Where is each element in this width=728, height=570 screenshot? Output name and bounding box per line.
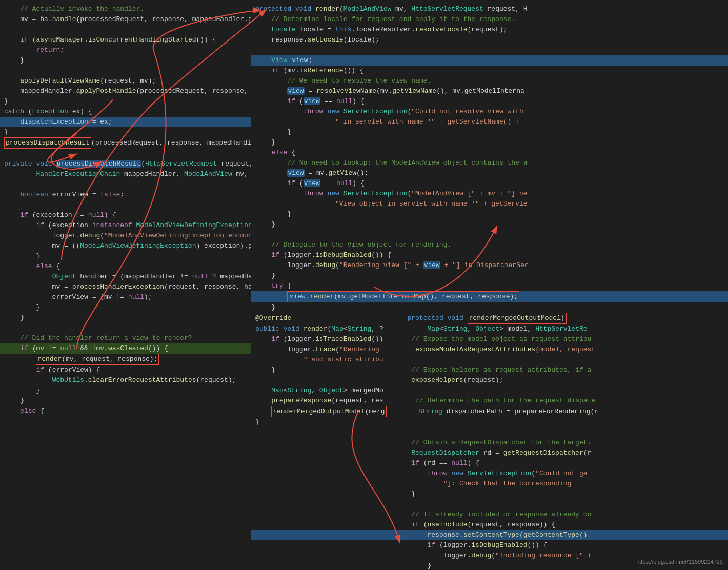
- code-line: if (view == null) {: [251, 96, 728, 107]
- code-line: [251, 428, 728, 438]
- code-line: "]: Check that the corresponding: [251, 479, 728, 489]
- code-line: [0, 149, 251, 159]
- code-line: }: [251, 209, 728, 219]
- code-line: }: [0, 55, 251, 66]
- code-line: RequestDispatcher rd = getRequestDispatc…: [251, 448, 728, 458]
- code-line: else {: [251, 148, 728, 158]
- code-line: }: [251, 489, 728, 499]
- code-line: errorView = (mv != null);: [0, 292, 251, 302]
- code-line: if (mv.isReference()) {: [251, 66, 728, 76]
- code-line: throw new ServletException("Could not re…: [251, 107, 728, 117]
- code-line: // Actually invoke the handler.: [0, 4, 251, 14]
- code-line: if (exception != null) {: [0, 210, 251, 220]
- code-line: [0, 66, 251, 76]
- code-line: response.setLocale(locale);: [251, 35, 728, 45]
- code-line: // We need to resolve the view name.: [251, 76, 728, 86]
- code-line: if (logger.isDebugEnabled()) {: [251, 540, 728, 551]
- code-line: }: [251, 219, 728, 230]
- code-line: logger.debug("ModelAndViewDefiningExcept…: [0, 231, 251, 241]
- code-line: // Obtain a RequestDispatcher for the ta…: [251, 438, 728, 448]
- code-line: [251, 45, 728, 55]
- code-line: }: [251, 271, 728, 281]
- code-container: // Actually invoke the handler. mv = ha.…: [0, 0, 728, 570]
- code-line: }: [251, 127, 728, 137]
- code-line: [251, 499, 728, 510]
- code-line: HandlerExecutionChain mappedHandler, Mod…: [0, 169, 251, 179]
- code-line: public void render(Map<String, ? Map<Str…: [251, 324, 728, 334]
- code-line: }: [0, 302, 251, 313]
- code-line-dispatch-exception: dispatchException = ex;: [0, 117, 251, 127]
- code-line: [0, 179, 251, 190]
- code-line: else {: [0, 261, 251, 272]
- code-line: applyDefaultViewName(request, mv);: [0, 76, 251, 86]
- code-line: throw new ServletException("ModelAndView…: [251, 189, 728, 199]
- code-line: "View object in servlet with name '" + g…: [251, 199, 728, 209]
- code-line: if (logger.isTraceEnabled()) // Expose t…: [251, 334, 728, 344]
- code-line-if-mv: if (mv != null && !mv.wasCleared()) {: [0, 343, 251, 354]
- code-line: [0, 323, 251, 333]
- code-line: throw new ServletException("Could not ge: [251, 469, 728, 479]
- code-line: try {: [251, 281, 728, 291]
- code-line: }: [251, 302, 728, 313]
- left-panel[interactable]: // Actually invoke the handler. mv = ha.…: [0, 0, 251, 570]
- code-line-render-call: render(mv, request, response);: [0, 354, 251, 365]
- code-line-view-render: view.render(mv.getModelInternalMap(), re…: [251, 291, 728, 302]
- code-line: }: [251, 137, 728, 148]
- code-line: if (asyncManager.isConcurrentHandlingSta…: [0, 35, 251, 45]
- code-line-override: @Override protected void renderMergedOut…: [251, 313, 728, 324]
- code-line-process-dispatch-result: processDispatchResult(processedRequest, …: [0, 137, 251, 149]
- code-line: mappedHandler.applyPostHandle(processedR…: [0, 86, 251, 96]
- code-line: // Did the handler return a view to rend…: [0, 333, 251, 343]
- code-line: return;: [0, 45, 251, 55]
- code-line: if (errorView) {: [0, 365, 251, 375]
- code-line-content-type: response.setContentType(getContentType(): [251, 530, 728, 540]
- code-line: view = mv.getView();: [251, 168, 728, 178]
- code-line: if (rd == null) {: [251, 458, 728, 469]
- code-line: [0, 25, 251, 35]
- code-line: else {: [0, 406, 251, 416]
- code-line: if (useInclude(request, response)) {: [251, 520, 728, 530]
- code-line: view = resolveViewName(mv.getViewName(),…: [251, 86, 728, 96]
- code-line: if (exception instanceof ModelAndViewDef…: [0, 220, 251, 231]
- code-line: }: [0, 127, 251, 137]
- code-line: [251, 230, 728, 240]
- code-line: logger.debug("Rendering view [" + view +…: [251, 260, 728, 271]
- code-line: if (view == null) {: [251, 178, 728, 189]
- code-line: }: [0, 385, 251, 396]
- code-line: // Determine locale for request and appl…: [251, 14, 728, 25]
- watermark: https://blog.csdn.net/11509214729: [636, 559, 723, 565]
- code-line: Object handler = (mappedHandler != null …: [0, 272, 251, 282]
- code-line: exposeHelpers(request);: [251, 375, 728, 385]
- code-line: }: [0, 251, 251, 261]
- code-line: boolean errorView = false;: [0, 190, 251, 200]
- code-line: mv = processHandlerException(request, re…: [0, 282, 251, 292]
- code-line: WebUtils.clearErrorRequestAttributes(req…: [0, 375, 251, 385]
- code-line: " and static attribu: [251, 355, 728, 365]
- code-line: protected void render(ModelAndView mv, H…: [251, 4, 728, 14]
- code-line: }: [0, 313, 251, 323]
- code-line: [0, 200, 251, 210]
- code-line-view: View view;: [251, 55, 728, 66]
- code-line: // Delegate to the View object for rende…: [251, 240, 728, 250]
- code-line: mv = ((ModelAndViewDefiningException) ex…: [0, 241, 251, 251]
- code-line: if (logger.isDebugEnabled()) {: [251, 250, 728, 260]
- code-line: Locale locale = this.localeResolver.reso…: [251, 25, 728, 35]
- code-line: // No need to lookup: the ModelAndView o…: [251, 158, 728, 168]
- code-line: catch (Exception ex) {: [0, 107, 251, 117]
- code-line-method-def: private void processDispatchResult(HttpS…: [0, 159, 251, 169]
- right-panel[interactable]: protected void render(ModelAndView mv, H…: [251, 0, 728, 570]
- code-line: } // Expose helpers as request attribute…: [251, 365, 728, 375]
- code-line-render-merged: renderMergedOutputModel(merg String disp…: [251, 406, 728, 417]
- code-line: }: [251, 417, 728, 428]
- code-line: mv = ha.handle(processedRequest, respons…: [0, 14, 251, 25]
- code-line: }: [0, 396, 251, 406]
- code-line: // If already included or response alrea…: [251, 510, 728, 520]
- code-line: " in servlet with name '" + getServletNa…: [251, 117, 728, 127]
- code-line: prepareResponse(request, res // Determin…: [251, 396, 728, 406]
- code-line: Map<String, Object> mergedMo: [251, 385, 728, 396]
- code-line: }: [0, 96, 251, 107]
- code-line: logger.trace("Rendering exposeModelAsReq…: [251, 344, 728, 355]
